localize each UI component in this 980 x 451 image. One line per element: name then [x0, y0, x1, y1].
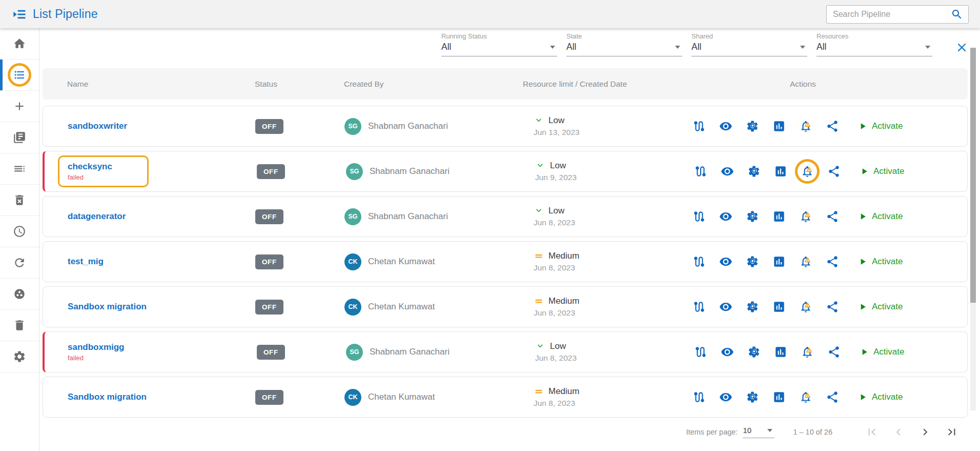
- alert-bell-button[interactable]: [799, 210, 812, 223]
- creator-name: Chetan Kumawat: [368, 392, 435, 402]
- search-input[interactable]: [827, 10, 945, 19]
- share-button[interactable]: [826, 390, 839, 404]
- table-row[interactable]: Sandbox migration OFF CK Chetan Kumawat …: [43, 377, 968, 418]
- filter-resources[interactable]: Resources All: [816, 32, 932, 56]
- share-button[interactable]: [826, 120, 839, 133]
- sidebar-item-copy[interactable]: [0, 122, 39, 153]
- scrollbar-thumb[interactable]: [970, 48, 976, 303]
- table-row[interactable]: datagenerator OFF SG Shabnam Ganachari L…: [43, 196, 968, 237]
- table-row[interactable]: sandboxmigg failed OFF SG Shabnam Ganach…: [43, 331, 968, 372]
- filter-state[interactable]: State All: [566, 32, 682, 56]
- sidebar-item-history[interactable]: [0, 216, 39, 247]
- chart-button[interactable]: [772, 120, 786, 133]
- table-row[interactable]: sandboxwriter OFF SG Shabnam Ganachari L…: [43, 106, 968, 147]
- status-badge: OFF: [257, 345, 285, 360]
- sidebar-item-home[interactable]: [0, 28, 39, 60]
- previous-page-button[interactable]: [892, 425, 905, 439]
- filter-running-status[interactable]: Running Status All: [441, 32, 557, 56]
- created-date: Jun 9, 2023: [535, 173, 672, 182]
- share-button[interactable]: [826, 255, 839, 268]
- avatar: CK: [344, 299, 361, 316]
- sidebar-item-settings[interactable]: [0, 341, 39, 372]
- activate-button[interactable]: Activate: [858, 121, 903, 131]
- alert-bell-button[interactable]: [799, 390, 812, 404]
- chart-button[interactable]: [774, 345, 787, 359]
- close-filters-button[interactable]: [955, 41, 969, 54]
- scrollbar-track[interactable]: [970, 48, 976, 410]
- view-button[interactable]: [719, 255, 732, 268]
- activate-button[interactable]: Activate: [858, 392, 903, 402]
- avatar: SG: [346, 344, 363, 361]
- gear-search-button[interactable]: [747, 345, 761, 359]
- pipeline-name-link[interactable]: checksync: [68, 162, 112, 172]
- gear-search-button[interactable]: [747, 165, 761, 178]
- view-button[interactable]: [719, 210, 732, 223]
- items-per-page-select[interactable]: 10: [743, 426, 774, 438]
- gear-search-button[interactable]: [746, 120, 759, 133]
- pipeline-flow-button[interactable]: [692, 255, 706, 268]
- alert-bell-button[interactable]: [799, 120, 812, 133]
- created-date: Jun 8, 2023: [534, 263, 670, 272]
- pipeline-name-link[interactable]: Sandbox migration: [68, 392, 147, 402]
- alert-bell-button[interactable]: [799, 255, 812, 268]
- pipeline-flow-button[interactable]: [692, 390, 706, 404]
- pipeline-name-link[interactable]: Sandbox migration: [68, 302, 147, 312]
- view-button[interactable]: [721, 345, 734, 359]
- view-button[interactable]: [721, 165, 734, 178]
- sidebar-item-add[interactable]: [0, 91, 39, 122]
- pipeline-name-link[interactable]: datagenerator: [68, 211, 126, 222]
- share-button[interactable]: [826, 300, 839, 313]
- first-page-button[interactable]: [865, 425, 879, 439]
- activate-button[interactable]: Activate: [859, 166, 904, 177]
- creator-name: Shabnam Ganachari: [368, 211, 448, 222]
- pipeline-name-link[interactable]: test_mig: [68, 257, 104, 267]
- pipeline-flow-button[interactable]: [692, 300, 706, 313]
- gear-search-button[interactable]: [746, 210, 759, 223]
- sidebar-item-refresh[interactable]: [0, 247, 39, 279]
- table-row[interactable]: checksync failed OFF SG Shabnam Ganachar…: [43, 151, 968, 192]
- sidebar-item-delete[interactable]: [0, 310, 39, 341]
- filter-shared[interactable]: Shared All: [691, 32, 807, 56]
- activate-button[interactable]: Activate: [858, 257, 903, 267]
- pipeline-flow-button[interactable]: [694, 345, 707, 359]
- pipeline-name-link[interactable]: sandboxwriter: [68, 121, 127, 131]
- chart-button[interactable]: [774, 165, 787, 178]
- next-page-button[interactable]: [918, 425, 932, 439]
- sidebar-item-cluster[interactable]: [0, 279, 39, 310]
- last-page-button[interactable]: [945, 425, 958, 439]
- activate-button[interactable]: Activate: [858, 302, 903, 312]
- pipeline-flow-button[interactable]: [694, 165, 707, 178]
- pipeline-flow-button[interactable]: [692, 210, 706, 223]
- filter-value: All: [441, 42, 451, 52]
- sidebar-item-trash-dismiss[interactable]: [0, 185, 39, 216]
- gear-search-button[interactable]: [746, 390, 759, 404]
- activate-button[interactable]: Activate: [859, 347, 904, 357]
- sidebar-item-pipeline-list[interactable]: [0, 60, 39, 91]
- gear-search-button[interactable]: [746, 255, 759, 268]
- search-button[interactable]: [945, 6, 968, 23]
- view-button[interactable]: [719, 120, 732, 133]
- chart-button[interactable]: [772, 390, 786, 404]
- share-button[interactable]: [827, 165, 841, 178]
- view-button[interactable]: [719, 300, 732, 313]
- table-row[interactable]: Sandbox migration OFF CK Chetan Kumawat …: [43, 286, 968, 327]
- chart-button[interactable]: [772, 210, 786, 223]
- low-chevron-icon: [534, 206, 544, 216]
- gear-search-button[interactable]: [746, 300, 759, 313]
- resource-level: Low: [550, 341, 566, 351]
- view-button[interactable]: [719, 390, 732, 404]
- alert-bell-button[interactable]: [799, 300, 812, 313]
- pipeline-flow-button[interactable]: [692, 120, 706, 133]
- table-row[interactable]: test_mig OFF CK Chetan Kumawat Medium Ju…: [43, 241, 968, 282]
- share-button[interactable]: [827, 345, 841, 359]
- pipeline-name-link[interactable]: sandboxmigg: [68, 342, 125, 352]
- share-icon: [826, 390, 839, 404]
- share-button[interactable]: [826, 210, 839, 223]
- alert-bell-button[interactable]: [801, 165, 814, 178]
- activate-button[interactable]: Activate: [858, 211, 903, 222]
- chart-button[interactable]: [772, 255, 786, 268]
- alert-bell-button[interactable]: [801, 345, 814, 359]
- chart-button[interactable]: [772, 300, 786, 313]
- gear-search-icon: [746, 300, 759, 313]
- sidebar-item-list-details[interactable]: [0, 153, 39, 185]
